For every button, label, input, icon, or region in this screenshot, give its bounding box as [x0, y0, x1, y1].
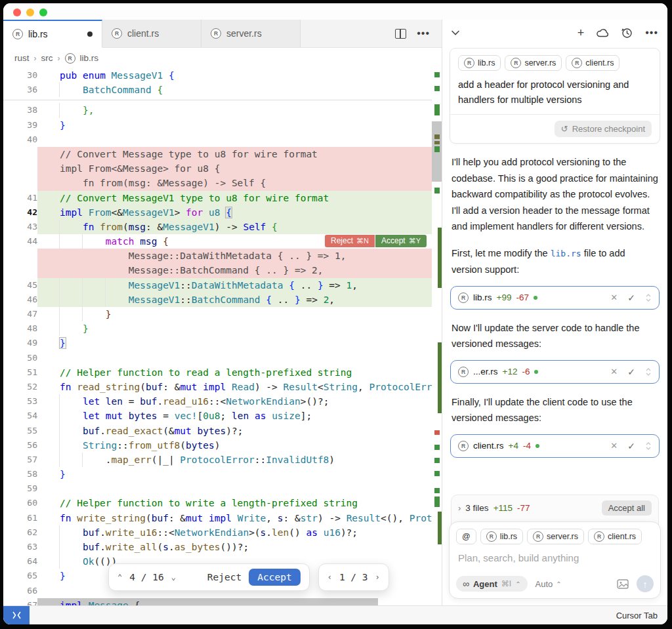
restore-checkpoint-button[interactable]: ↺ Restore checkpoint	[555, 121, 652, 137]
rust-file-icon: R	[511, 58, 521, 68]
indent-guide	[59, 424, 60, 438]
code-line: 43 fn from(msg: &MessageV1) -> Self {	[3, 220, 432, 234]
chat-more-icon[interactable]: •••	[645, 27, 658, 39]
inline-reject-button[interactable]: Reject⌘N	[325, 235, 375, 247]
line-number	[3, 161, 37, 176]
line-number: 59	[3, 481, 37, 496]
next-diff-icon[interactable]: ⌄	[171, 573, 176, 582]
total-deletions: -77	[517, 503, 530, 513]
line-content: Message::BatchCommand { .. } => 2,	[37, 263, 432, 277]
maximize-window-button[interactable]	[39, 9, 47, 16]
line-number: 39	[3, 118, 37, 132]
rust-file-icon: R	[464, 58, 474, 68]
modified-dot-icon[interactable]	[87, 31, 93, 37]
context-chip[interactable]: Rserver.rs	[527, 529, 584, 544]
code-editor[interactable]: 30pub enum MessageV1 {36 BatchCommand {3…	[3, 68, 442, 605]
indent-guide	[59, 453, 60, 467]
next-file-icon[interactable]: ›	[375, 573, 380, 582]
prev-diff-icon[interactable]: ⌃	[117, 573, 122, 582]
line-content: // Helper function to write a length-pre…	[37, 496, 432, 510]
add-context-button[interactable]: @	[456, 529, 476, 544]
line-number: 41	[3, 191, 37, 205]
line-content: }	[37, 467, 432, 481]
accept-all-button[interactable]: Accept all	[602, 500, 652, 516]
line-number: 36	[3, 83, 37, 97]
more-actions-icon[interactable]: •••	[417, 28, 430, 39]
accept-button[interactable]: Accept	[249, 569, 300, 586]
line-content: impl From<&MessageV1> for u8 {	[37, 205, 432, 220]
breadcrumb-item-src[interactable]: src	[41, 53, 53, 63]
diff-ruler-mark	[434, 471, 440, 476]
breadcrumb-item-rust[interactable]: rust	[14, 53, 30, 63]
indent-guide	[59, 554, 60, 569]
model-selector[interactable]: Auto ⌃	[536, 579, 562, 589]
user-prompt-text: add a header for protocol versioning and…	[458, 77, 652, 108]
tab-server-rs[interactable]: R server.rs	[201, 20, 301, 47]
accept-file-icon[interactable]: ✓	[627, 441, 635, 451]
indent-guide	[82, 278, 83, 293]
indent-guide	[105, 293, 106, 307]
agent-mode-selector[interactable]: ∞ Agent ⌘I ⌃	[456, 576, 528, 592]
context-chip[interactable]: Rclient.rs	[566, 55, 620, 71]
file-diff-card-server[interactable]: R ...er.rs +12 -6 ✕ ✓	[450, 360, 660, 384]
breadcrumb-item-file[interactable]: lib.rs	[80, 53, 99, 63]
chevron-up-icon: ⌃	[515, 580, 520, 588]
image-attach-icon[interactable]	[617, 579, 629, 589]
code-line: 67impl Message {	[3, 598, 432, 605]
line-content: }	[37, 321, 432, 336]
deletions-count: -67	[516, 293, 529, 302]
line-content: Message::DataWithMetadata { .. } => 1,	[37, 249, 432, 263]
line-number: 66	[3, 584, 37, 598]
close-window-button[interactable]	[13, 9, 21, 16]
context-chip[interactable]: Rclient.rs	[588, 529, 642, 544]
context-chip[interactable]: Rlib.rs	[458, 55, 501, 71]
tab-client-rs[interactable]: R client.rs	[102, 20, 201, 47]
chat-input-placeholder[interactable]: Plan, search, build anything	[458, 552, 652, 563]
infinity-icon: ∞	[463, 578, 469, 589]
code-line: 52fn read_string(buf: &mut impl Read) ->…	[3, 380, 432, 394]
reject-file-icon[interactable]: ✕	[610, 293, 618, 302]
history-icon[interactable]	[621, 28, 633, 39]
chevron-right-icon[interactable]: ›	[458, 503, 461, 513]
prev-file-icon[interactable]: ‹	[327, 573, 332, 582]
line-number: 65	[3, 569, 37, 583]
line-number: 57	[3, 453, 37, 467]
expand-diff-icon[interactable]	[645, 367, 652, 376]
remote-icon	[12, 611, 21, 619]
accept-file-icon[interactable]: ✓	[627, 367, 635, 377]
chat-input-card[interactable]: @ Rlib.rs Rserver.rs Rclient.rs Plan, se…	[449, 521, 661, 599]
send-button[interactable]: ↑	[637, 575, 654, 592]
accept-file-icon[interactable]: ✓	[627, 293, 635, 303]
code-line: 59	[3, 481, 432, 496]
indent-guide	[59, 307, 60, 321]
remote-indicator-button[interactable]	[3, 606, 30, 624]
cloud-icon[interactable]	[597, 28, 609, 37]
deletions-count: -6	[522, 367, 530, 376]
minimize-window-button[interactable]	[26, 9, 34, 16]
new-chat-icon[interactable]: +	[578, 26, 585, 40]
line-number: 46	[3, 293, 37, 307]
reject-file-icon[interactable]: ✕	[610, 441, 618, 451]
context-chip[interactable]: Rserver.rs	[505, 55, 562, 71]
breadcrumb: rust › src › R lib.rs	[3, 48, 442, 68]
diff-ruler-mark	[434, 488, 440, 493]
reject-file-icon[interactable]: ✕	[610, 367, 618, 376]
inline-accept-button[interactable]: Accept⌘Y	[375, 235, 427, 247]
line-number: 61	[3, 511, 37, 525]
chevron-down-icon[interactable]	[452, 30, 459, 35]
file-diff-card-client[interactable]: R client.rs +4 -4 ✕ ✓	[450, 434, 660, 458]
rust-file-icon: R	[486, 531, 497, 542]
file-diff-card-lib[interactable]: R lib.rs +99 -67 ✕ ✓	[450, 286, 660, 310]
split-editor-icon[interactable]	[395, 29, 406, 39]
expand-diff-icon[interactable]	[645, 293, 652, 302]
cursor-tab-status[interactable]: Cursor Tab	[616, 611, 667, 620]
tab-lib-rs[interactable]: R lib.rs	[3, 20, 102, 48]
reject-button[interactable]: Reject	[207, 572, 242, 582]
expand-diff-icon[interactable]	[645, 441, 652, 451]
rust-file-icon: R	[458, 293, 469, 303]
context-chip[interactable]: Rlib.rs	[480, 529, 523, 544]
breadcrumb-separator: ›	[34, 54, 37, 63]
code-line: 38 },	[3, 103, 432, 117]
line-content: buf.write_all(s.as_bytes())?;	[37, 540, 432, 554]
deletions-count: -4	[523, 441, 531, 451]
